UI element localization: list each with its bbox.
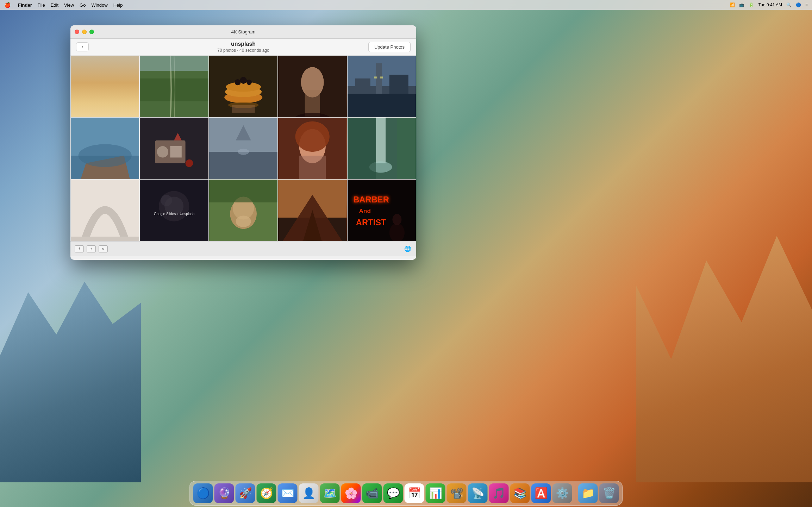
twitter-button[interactable]: t: [87, 245, 96, 252]
dock-icon-folder[interactable]: 📁: [578, 483, 598, 503]
folder-icon: 📁: [581, 488, 594, 499]
safari-icon: 🧭: [260, 488, 273, 499]
mail-icon: ✉️: [281, 488, 294, 499]
dock-icon-safari[interactable]: 🧭: [257, 483, 276, 503]
photo-cell-10[interactable]: ★ ↗: [347, 117, 416, 186]
photo-star-14[interactable]: ★: [280, 240, 285, 241]
maps-icon: 🗺️: [323, 488, 336, 499]
dock-icon-airdrop[interactable]: 📡: [468, 483, 488, 503]
photo-bg-12: [140, 180, 208, 241]
dock-icon-books[interactable]: 📚: [510, 483, 530, 503]
dock-icon-finder[interactable]: 🔵: [193, 483, 213, 503]
photo-bg-11: [71, 180, 139, 241]
dock: 🔵 🔮 🚀 🧭 ✉️ 👤 🗺️ 🌸 📹 💬 📅 📊 📽️ 📡 🎵 📚: [189, 481, 623, 506]
dock-icon-calendar[interactable]: 📅: [405, 483, 424, 503]
photo-cell-8[interactable]: ★: [209, 117, 278, 186]
menu-icon[interactable]: ≡: [805, 2, 808, 7]
photo-cell-7[interactable]: ★: [139, 117, 208, 186]
photo-star-15[interactable]: ☆: [350, 240, 354, 241]
menubar-right: 📶 📺 🔋 Tue 9:41 AM 🔍 🔵 ≡: [730, 2, 808, 7]
svg-point-57: [236, 216, 251, 227]
menubar-file[interactable]: File: [38, 2, 45, 8]
photo-bg-5: [348, 56, 416, 124]
svg-rect-19: [374, 76, 377, 78]
menubar-view[interactable]: View: [64, 2, 74, 8]
menubar-finder[interactable]: Finder: [18, 2, 32, 8]
menubar-help[interactable]: Help: [113, 2, 123, 8]
photo-overlay-12: Google Slides + Unsplash: [154, 212, 194, 216]
dock-icon-trash[interactable]: 🗑️: [599, 483, 619, 503]
svg-point-27: [79, 144, 132, 167]
apple-menu[interactable]: 🍎: [4, 2, 11, 8]
vimeo-button[interactable]: v: [99, 245, 108, 252]
dock-icon-itunes[interactable]: 🎵: [489, 483, 509, 503]
minimize-button[interactable]: [82, 30, 87, 34]
menubar-go[interactable]: Go: [80, 2, 86, 8]
svg-rect-47: [397, 118, 416, 186]
svg-point-7: [235, 79, 241, 85]
photo-cell-2[interactable]: ★: [139, 55, 208, 124]
dock-icon-settings[interactable]: ⚙️: [552, 483, 572, 503]
dock-icon-messages[interactable]: 💬: [383, 483, 403, 503]
dock-icon-photos[interactable]: 🌸: [341, 483, 361, 503]
titlebar: 4K Stogram: [70, 25, 416, 39]
svg-point-41: [295, 121, 330, 152]
menubar: 🍎 Finder File Edit View Go Window Help 📶…: [0, 0, 812, 10]
dock-icon-appstore[interactable]: 🅰️: [531, 483, 551, 503]
update-photos-button[interactable]: Update Photos: [368, 42, 411, 52]
photo-cell-1[interactable]: ☆: [70, 55, 139, 124]
dock-icon-launchpad[interactable]: 🚀: [236, 483, 255, 503]
maximize-button[interactable]: [89, 30, 94, 34]
svg-rect-64: [348, 180, 416, 241]
itunes-icon: 🎵: [492, 488, 505, 499]
photo-bg-6: [71, 118, 139, 186]
photo-bg-9: [278, 118, 346, 186]
photo-cell-5[interactable]: ★: [347, 55, 416, 124]
menubar-edit[interactable]: Edit: [51, 2, 58, 8]
dock-icon-contacts[interactable]: 👤: [299, 483, 319, 503]
dock-icon-numbers[interactable]: 📊: [426, 483, 445, 503]
facebook-button[interactable]: f: [75, 245, 84, 252]
close-button[interactable]: [75, 30, 79, 34]
photo-bg-8: [209, 118, 277, 186]
photo-cell-13[interactable]: ☆: [209, 179, 278, 241]
svg-rect-49: [71, 237, 139, 241]
photos-icon: 🌸: [344, 488, 357, 499]
menubar-time: Tue 9:41 AM: [758, 2, 782, 7]
dock-icon-siri[interactable]: 🔮: [214, 483, 234, 503]
dock-icon-mail[interactable]: ✉️: [278, 483, 298, 503]
photo-cell-12[interactable]: Google Slides + Unsplash ★: [139, 179, 208, 241]
photo-cell-11[interactable]: ☆: [70, 179, 139, 241]
photo-cell-4[interactable]: ★: [278, 55, 347, 124]
battery-icon: 🔋: [749, 2, 754, 7]
finder-icon: 🔵: [196, 488, 210, 499]
photo-cell-15[interactable]: BARBER And ARTIST ☆: [347, 179, 416, 241]
photo-cell-9[interactable]: ★: [278, 117, 347, 186]
profile-name: unsplash: [217, 41, 269, 47]
appstore-icon: 🅰️: [535, 488, 548, 499]
photo-cell-6[interactable]: ★: [70, 117, 139, 186]
menubar-window[interactable]: Window: [91, 2, 107, 8]
dock-icon-maps[interactable]: 🗺️: [320, 483, 340, 503]
photo-cell-3[interactable]: ★: [209, 55, 278, 124]
globe-button[interactable]: 🌐: [404, 245, 412, 253]
photo-cell-14[interactable]: ★: [278, 179, 347, 241]
trash-icon: 🗑️: [602, 488, 616, 499]
profile-info: unsplash 70 photos · 40 seconds ago: [217, 41, 269, 53]
photo-bg-3: [209, 56, 277, 124]
svg-rect-1: [140, 79, 208, 101]
dock-icon-keynote[interactable]: 📽️: [447, 483, 467, 503]
back-button[interactable]: ‹: [76, 42, 89, 51]
photo-star-11[interactable]: ☆: [73, 240, 77, 241]
app-window: 4K Stogram ‹ unsplash 70 photos · 40 sec…: [70, 25, 416, 260]
siri-icon[interactable]: 🔵: [796, 2, 801, 7]
bottom-bar: f t v 🌐: [70, 241, 416, 256]
svg-point-30: [157, 146, 168, 157]
photo-bg-13: [209, 180, 277, 241]
photo-bg-1: [71, 56, 139, 124]
dock-icon-facetime[interactable]: 📹: [362, 483, 382, 503]
svg-text:ARTIST: ARTIST: [356, 218, 386, 227]
search-icon[interactable]: 🔍: [786, 2, 792, 7]
photo-star-13[interactable]: ☆: [211, 240, 216, 241]
photo-star-12[interactable]: ★: [142, 240, 146, 241]
